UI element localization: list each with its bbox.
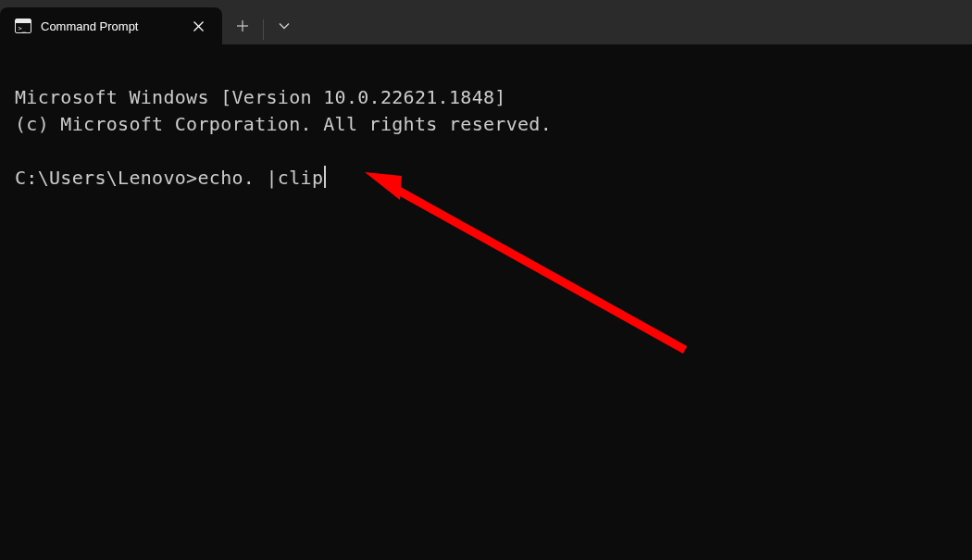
tab-close-button[interactable] [185,13,211,39]
banner-line-1: Microsoft Windows [Version 10.0.22621.18… [15,86,506,108]
close-icon [193,21,204,31]
banner-line-2: (c) Microsoft Corporation. All rights re… [15,113,552,135]
window-titlebar: >_ Command Prompt [0,0,972,44]
tab-command-prompt[interactable]: >_ Command Prompt [0,7,222,44]
chevron-down-icon [279,22,290,30]
svg-rect-1 [16,19,31,23]
text-cursor [324,166,326,188]
new-tab-button[interactable] [222,7,263,44]
terminal-icon: >_ [15,18,31,34]
plus-icon [237,20,248,31]
typed-command: echo. |clip [197,165,323,192]
tab-title: Command Prompt [41,19,176,33]
prompt-line: C:\Users\Lenovo>echo. |clip [15,165,957,192]
tab-dropdown-button[interactable] [264,7,305,44]
terminal-output[interactable]: Microsoft Windows [Version 10.0.22621.18… [0,44,972,231]
svg-text:>_: >_ [19,25,27,32]
titlebar-actions [222,7,305,44]
prompt-path: C:\Users\Lenovo> [15,165,197,192]
